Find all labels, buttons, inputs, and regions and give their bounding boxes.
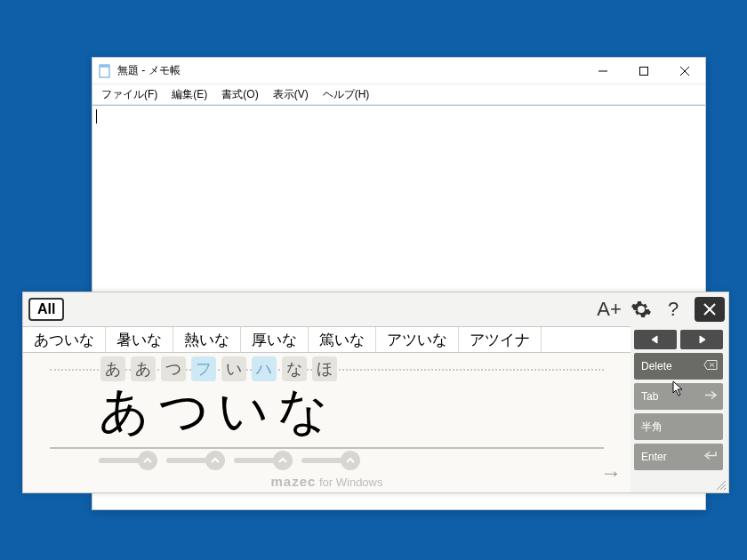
key-label: 半角 xyxy=(641,420,663,435)
ime-keypad: Delete Tab 半角 Enter xyxy=(631,326,728,492)
svg-rect-1 xyxy=(100,65,109,68)
expand-icon[interactable] xyxy=(138,451,157,470)
candidate-item[interactable]: 篤いな xyxy=(309,327,376,352)
brand-name: mazec xyxy=(270,474,316,489)
notepad-icon xyxy=(98,64,112,78)
enter-key[interactable]: Enter xyxy=(634,444,723,470)
candidate-item[interactable]: 熱いな xyxy=(173,327,241,352)
window-title: 無題 - メモ帳 xyxy=(117,63,582,78)
candidate-item[interactable]: 厚いな xyxy=(241,327,309,352)
key-label: Delete xyxy=(641,360,672,372)
handwriting-area[interactable]: あ あ つ フ い ハ な ほ あついな ma xyxy=(23,353,631,492)
svg-line-13 xyxy=(724,488,726,490)
menu-help[interactable]: ヘルプ(H) xyxy=(317,85,375,104)
input-mode-button[interactable]: All xyxy=(28,298,64,321)
titlebar: 無題 - メモ帳 xyxy=(92,58,705,84)
expand-icon[interactable] xyxy=(273,451,293,470)
brand-label: mazec for Windows xyxy=(23,474,631,489)
candidate-item[interactable]: あついな xyxy=(23,327,106,352)
help-button[interactable]: ? xyxy=(657,293,689,325)
proceed-arrow-icon[interactable]: → xyxy=(600,460,622,485)
segment-handle[interactable] xyxy=(234,458,284,463)
return-icon xyxy=(703,451,718,464)
text-caret xyxy=(96,109,97,124)
minimize-button[interactable] xyxy=(582,58,623,84)
ime-panel: All A+ ? あついな 暑いな 熱いな 厚いな 篤いな アツいな アツイナ xyxy=(22,292,729,493)
arrow-right-icon xyxy=(703,390,718,404)
menu-edit[interactable]: 編集(E) xyxy=(166,85,213,104)
brand-sub: for Windows xyxy=(316,476,382,489)
tab-key[interactable]: Tab xyxy=(634,383,723,410)
delete-key[interactable]: Delete xyxy=(634,353,723,380)
hankaku-key[interactable]: 半角 xyxy=(634,413,723,440)
cursor-left-button[interactable] xyxy=(634,330,677,349)
segment-handle[interactable] xyxy=(166,458,216,463)
candidate-item[interactable]: アツイナ xyxy=(459,327,542,352)
maximize-button[interactable] xyxy=(623,58,664,84)
close-ime-button[interactable] xyxy=(695,297,725,322)
key-label: Tab xyxy=(641,390,658,403)
segment-handle[interactable] xyxy=(99,458,149,463)
resize-grip-icon[interactable] xyxy=(714,478,727,491)
font-size-button[interactable]: A+ xyxy=(593,293,625,325)
candidate-item[interactable]: 暑いな xyxy=(106,327,173,352)
cursor-right-button[interactable] xyxy=(680,330,723,349)
settings-button[interactable] xyxy=(625,293,657,325)
menu-view[interactable]: 表示(V) xyxy=(268,85,314,104)
baseline xyxy=(50,447,604,449)
segment-handle[interactable] xyxy=(301,458,351,463)
menu-format[interactable]: 書式(O) xyxy=(216,85,263,104)
backspace-icon xyxy=(703,360,718,373)
ime-toolbar: All A+ ? xyxy=(23,292,728,326)
handwriting-ink: あついな xyxy=(99,378,337,445)
menubar: ファイル(F) 編集(E) 書式(O) 表示(V) ヘルプ(H) xyxy=(92,84,705,105)
candidate-list: あついな 暑いな 熱いな 厚いな 篤いな アツいな アツイナ xyxy=(23,326,631,353)
key-label: Enter xyxy=(641,451,667,463)
candidate-item[interactable]: アツいな xyxy=(376,327,459,352)
menu-file[interactable]: ファイル(F) xyxy=(96,85,163,104)
expand-icon[interactable] xyxy=(341,451,360,470)
svg-rect-3 xyxy=(640,67,648,75)
close-button[interactable] xyxy=(664,58,705,84)
expand-icon[interactable] xyxy=(205,451,225,470)
segment-row xyxy=(99,458,351,463)
